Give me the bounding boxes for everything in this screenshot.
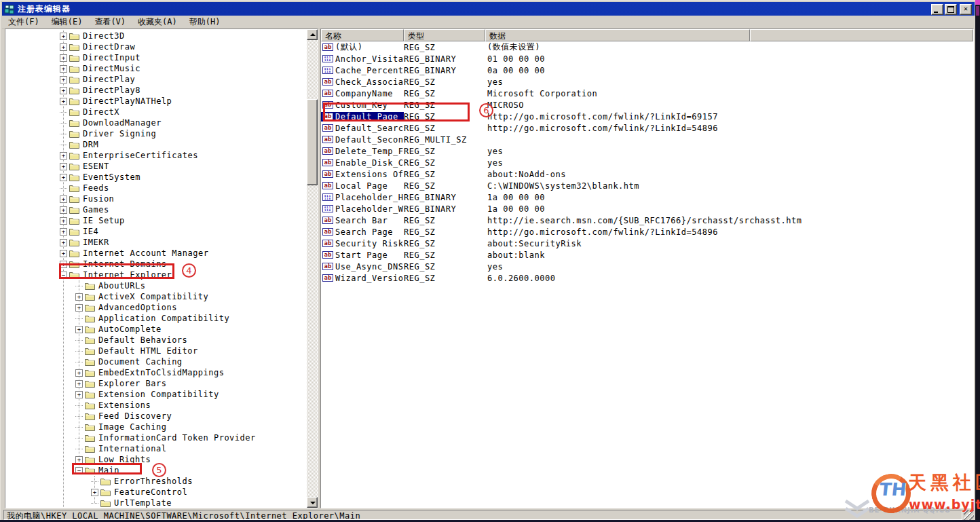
expand-icon[interactable]: +: [60, 250, 67, 257]
value-name-cell[interactable]: 011110Anchor_Visita...: [321, 54, 404, 64]
value-name-cell[interactable]: abSecurity Risk...: [321, 239, 404, 248]
expand-icon[interactable]: +: [75, 456, 83, 464]
table-row-placeholder-h[interactable]: 011110Placeholder_H...REG_BINARY1a 00 00…: [321, 191, 973, 203]
expand-icon[interactable]: +: [60, 65, 67, 73]
table-row-cache-percent[interactable]: 011110Cache_Percent...REG_BINARY0a 00 00…: [321, 64, 973, 76]
table-row-默认[interactable]: ab(默认)REG_SZ(数值未设置): [321, 41, 973, 53]
tree-item-application-compatibility[interactable]: Application Compatibility: [5, 313, 307, 324]
tree-item-internet-explorer[interactable]: −Internet Explorer: [5, 269, 307, 280]
expand-icon[interactable]: +: [60, 43, 67, 51]
tree-item-featurecontrol[interactable]: +FeatureControl: [5, 487, 307, 498]
value-name-cell[interactable]: abDefault_Searc...: [321, 124, 404, 133]
tree-item-directplaynathelp[interactable]: +DirectPlayNATHelp: [5, 96, 307, 107]
expand-icon[interactable]: +: [75, 326, 83, 333]
tree-item-internet-account-manager[interactable]: +Internet Account Manager: [5, 248, 307, 259]
tree-item-fusion[interactable]: +Fusion: [5, 193, 307, 204]
tree-item-low-rights[interactable]: +Low Rights: [5, 454, 307, 465]
table-row-extensions-of[interactable]: abExtensions Of...REG_SZabout:NoAdd-ons: [321, 168, 973, 180]
expand-icon[interactable]: +: [75, 369, 83, 377]
menu-file[interactable]: 文件(F): [2, 16, 45, 29]
tree-item-international[interactable]: International: [5, 443, 307, 454]
value-name-cell[interactable]: abSearch Bar: [321, 216, 404, 225]
expand-icon[interactable]: +: [60, 76, 67, 83]
expand-icon[interactable]: +: [75, 391, 83, 398]
table-row-wizard-version[interactable]: abWizard_VersionREG_SZ6.0.2600.0000: [321, 272, 973, 284]
table-row-enable-disk-c[interactable]: abEnable_Disk_C...REG_SZyes: [321, 157, 973, 168]
table-row-delete-temp-f[interactable]: abDelete_Temp_F...REG_SZyes: [321, 145, 973, 157]
tree-item-advancedoptions[interactable]: +AdvancedOptions: [5, 302, 307, 313]
tree-item-extension-compatibility[interactable]: +Extension Compatibility: [5, 389, 307, 400]
tree-item-ie4[interactable]: +IE4: [5, 226, 307, 237]
value-name-cell[interactable]: abCustom_Key: [321, 100, 404, 110]
tree-item-downloadmanager[interactable]: DownloadManager: [5, 117, 307, 128]
expand-icon[interactable]: +: [60, 239, 67, 246]
tree-item-image-caching[interactable]: Image Caching: [5, 422, 307, 432]
value-name-cell[interactable]: abDefault_Page_URL: [321, 112, 404, 122]
menu-view[interactable]: 查看(V): [88, 16, 132, 29]
expand-icon[interactable]: +: [75, 380, 83, 388]
tree-item-direct3d[interactable]: +Direct3D: [5, 31, 307, 41]
tree-item-ie-setup[interactable]: +IE Setup: [5, 215, 307, 226]
tree-scrollbar[interactable]: [307, 29, 318, 508]
tree-item-directplay[interactable]: +DirectPlay: [5, 74, 307, 85]
table-row-default-page-url[interactable]: abDefault_Page_URLREG_SZhttp://go.micros…: [321, 111, 973, 122]
value-name-cell[interactable]: ab(默认): [321, 41, 404, 53]
tree-item-extensions[interactable]: Extensions: [5, 400, 307, 411]
close-button[interactable]: ✕: [960, 4, 972, 15]
tree-item-imekr[interactable]: +IMEKR: [5, 237, 307, 248]
expand-icon[interactable]: +: [60, 33, 67, 40]
maximize-button[interactable]: [945, 4, 957, 15]
tree-item-enterprisecertificates[interactable]: +EnterpriseCertificates: [5, 150, 307, 161]
tree-item-document-caching[interactable]: Document Caching: [5, 356, 307, 367]
expand-icon[interactable]: +: [60, 174, 67, 181]
value-name-cell[interactable]: abSearch Page: [321, 227, 404, 237]
collapse-icon[interactable]: −: [60, 272, 67, 279]
expand-icon[interactable]: +: [60, 54, 67, 62]
value-name-cell[interactable]: abCheck_Associa...: [321, 77, 404, 87]
expand-icon[interactable]: +: [60, 87, 67, 94]
expand-icon[interactable]: +: [60, 217, 67, 225]
tree-item-autocomplete[interactable]: +AutoComplete: [5, 324, 307, 335]
tree-item-internet-domains[interactable]: +Internet Domains: [5, 259, 307, 269]
collapse-icon[interactable]: −: [75, 467, 83, 474]
value-name-cell[interactable]: abDefault_Secon...: [321, 135, 404, 145]
table-row-search-page[interactable]: abSearch PageREG_SZhttp://go.microsoft.c…: [321, 226, 973, 238]
column-header-data[interactable]: 数据: [485, 29, 750, 41]
tree-item-informationcard-token-provider[interactable]: InformationCard Token Provider: [5, 432, 307, 443]
tree-item-directdraw[interactable]: +DirectDraw: [5, 41, 307, 52]
tree-item-default-html-editor[interactable]: Default HTML Editor: [5, 346, 307, 356]
expand-icon[interactable]: +: [60, 195, 67, 203]
tree-item-directx[interactable]: DirectX: [5, 107, 307, 117]
tree-item-directplay8[interactable]: +DirectPlay8: [5, 85, 307, 96]
tree-item-embedextntoclsidmappings[interactable]: +EmbedExtnToClsidMappings: [5, 367, 307, 378]
expand-icon[interactable]: +: [91, 489, 98, 496]
table-row-default-secon[interactable]: abDefault_Secon...REG_MULTI_SZ: [321, 134, 973, 145]
value-name-cell[interactable]: abEnable_Disk_C...: [321, 158, 404, 168]
value-name-cell[interactable]: 011110Cache_Percent...: [321, 66, 404, 75]
value-name-cell[interactable]: abWizard_Version: [321, 274, 404, 283]
table-row-check-associa[interactable]: abCheck_Associa...REG_SZyes: [321, 76, 973, 88]
tree-item-directinput[interactable]: +DirectInput: [5, 52, 307, 63]
tree-item-activex-compatibility[interactable]: +ActiveX Compatibility: [5, 291, 307, 302]
menu-help[interactable]: 帮助(H): [183, 16, 227, 29]
expand-icon[interactable]: +: [60, 261, 67, 268]
table-row-use-async-dns[interactable]: abUse_Async_DNSREG_SZyes: [321, 261, 973, 272]
value-name-cell[interactable]: 011110Placeholder_H...: [321, 193, 404, 202]
tree-item-feeds[interactable]: Feeds: [5, 183, 307, 193]
value-name-cell[interactable]: abCompanyName: [321, 89, 404, 98]
value-name-cell[interactable]: abLocal Page: [321, 181, 404, 191]
scroll-down-button[interactable]: [307, 497, 318, 508]
expand-icon[interactable]: +: [60, 98, 67, 105]
expand-icon[interactable]: +: [75, 304, 83, 312]
scroll-up-button[interactable]: [307, 29, 318, 40]
table-row-companyname[interactable]: abCompanyNameREG_SZMicrosoft Corporation: [321, 88, 973, 99]
tree-item-errorthresholds[interactable]: ErrorThresholds: [5, 476, 307, 487]
title-bar[interactable]: 注册表编辑器 ✕: [2, 2, 975, 16]
expand-icon[interactable]: +: [60, 163, 67, 170]
value-name-cell[interactable]: abExtensions Of...: [321, 170, 404, 179]
tree-item-abouturls[interactable]: AboutURLs: [5, 280, 307, 291]
tree-item-driver-signing[interactable]: Driver Signing: [5, 128, 307, 139]
resize-grip-icon[interactable]: [964, 510, 974, 520]
column-header-name[interactable]: 名称: [321, 29, 404, 41]
column-header-type[interactable]: 类型: [404, 29, 485, 41]
